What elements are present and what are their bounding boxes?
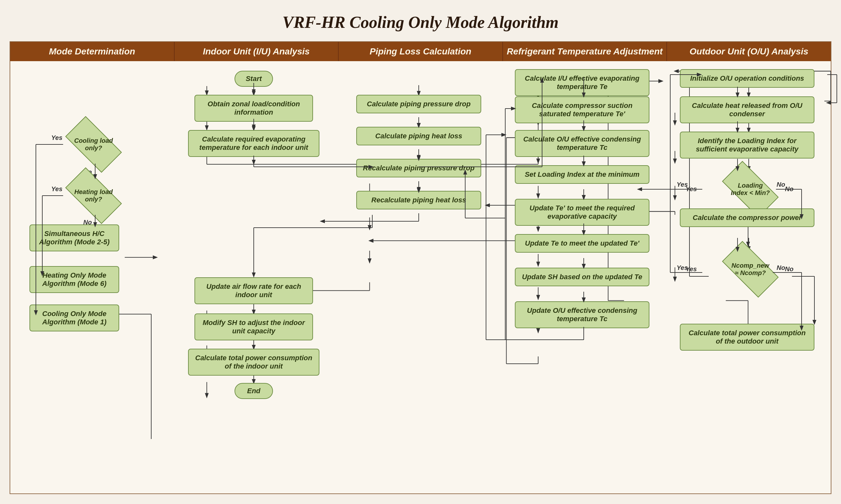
node-update-airflow: Update air flow rate for each indoor uni… bbox=[194, 277, 313, 304]
node-sim-hc: Simultaneous H/C Algorithm (Mode 2-5) bbox=[30, 224, 119, 251]
indoor-arrows bbox=[175, 61, 340, 478]
col-outdoor: Initialize O/U operation conditions Calc… bbox=[670, 61, 835, 478]
node-comp-suction: Calculate compressor suction saturated t… bbox=[515, 96, 649, 123]
col-header-indoor: Indoor Unit (I/U) Analysis bbox=[175, 42, 339, 61]
label-yes-ncomp: Yes bbox=[686, 266, 697, 273]
node-recalc-piping-hl: Recalculate piping heat loss bbox=[356, 191, 481, 210]
node-calc-piping-pd: Calculate piping pressure drop bbox=[356, 95, 481, 113]
col-header-refrigerant: Refrigerant Temperature Adjustment bbox=[503, 42, 667, 61]
col-header-mode: Mode Determination bbox=[10, 42, 175, 61]
node-calc-heat-released: Calculate heat released from O/U condens… bbox=[680, 96, 814, 123]
label-yes2: Yes bbox=[51, 185, 63, 193]
col-piping: Calculate piping pressure drop Calculate… bbox=[340, 61, 505, 478]
node-obtain-zonal: Obtain zonal load/condition information bbox=[194, 95, 313, 122]
col-indoor: Start Obtain zonal load/condition inform… bbox=[175, 61, 340, 478]
page-title: VRF-HR Cooling Only Mode Algorithm bbox=[6, 13, 835, 32]
diagram-container: Mode Determination Indoor Unit (I/U) Ana… bbox=[10, 41, 831, 494]
col-header-piping: Piping Loss Calculation bbox=[339, 42, 503, 61]
columns-body: Cooling load only? Yes No Heating load o… bbox=[10, 61, 831, 493]
columns-header: Mode Determination Indoor Unit (I/U) Ana… bbox=[10, 42, 831, 61]
node-update-sh: Update SH based on the updated Te bbox=[515, 268, 649, 286]
node-start: Start bbox=[234, 71, 273, 87]
label-no-ncomp: No bbox=[785, 266, 793, 273]
node-set-loading: Set Loading Index at the minimum bbox=[515, 165, 649, 184]
node-identify-loading: Identify the Loading Index for sufficien… bbox=[680, 131, 814, 159]
node-heating-only: Heating Only Mode Algorithm (Mode 6) bbox=[30, 266, 119, 293]
node-iu-eff-evap: Calculate I/U effective evaporating temp… bbox=[515, 69, 649, 96]
node-end: End bbox=[234, 383, 273, 399]
diamond-heating-label: Heating load only? bbox=[71, 187, 116, 204]
node-calc-total-power-iu: Calculate total power consumption of the… bbox=[188, 349, 319, 376]
diamond-loading-label: Loading Index < Min? bbox=[728, 180, 773, 198]
label-yes-loading: Yes bbox=[686, 185, 697, 193]
node-recalc-piping-pd: Recalculate piping pressure drop bbox=[356, 159, 481, 177]
col-refrigerant: Calculate I/U effective evaporating temp… bbox=[505, 61, 670, 478]
diamond-ncomp: Ncomp_new ≈ Ncomp? bbox=[718, 250, 782, 288]
piping-arrows bbox=[340, 61, 505, 478]
node-update-te: Update Te to meet the updated Te' bbox=[515, 234, 649, 253]
diamond-loading-index: Loading Index < Min? bbox=[718, 170, 782, 209]
node-modify-sh: Modify SH to adjust the indoor unit capa… bbox=[194, 313, 313, 340]
diamond-cooling-label: Cooling load only? bbox=[71, 136, 116, 154]
col-header-outdoor: Outdoor Unit (O/U) Analysis bbox=[667, 42, 831, 61]
node-calc-piping-hl: Calculate piping heat loss bbox=[356, 127, 481, 145]
diamond-heating-load: Heating load only? bbox=[62, 176, 126, 215]
node-ou-effective-tc: Calculate O/U effective condensing tempe… bbox=[515, 130, 649, 157]
node-calc-req-evap: Calculate required evaporating temperatu… bbox=[188, 130, 319, 157]
diamond-cooling-load: Cooling load only? bbox=[62, 125, 126, 164]
node-calc-total-power-ou: Calculate total power consumption of the… bbox=[680, 324, 814, 350]
node-calc-comp-power: Calculate the compressor power bbox=[680, 209, 814, 227]
label-no-loading: No bbox=[785, 185, 793, 193]
node-cooling-only: Cooling Only Mode Algorithm (Mode 1) bbox=[30, 305, 119, 331]
col-mode: Cooling load only? Yes No Heating load o… bbox=[10, 61, 175, 478]
diamond-ncomp-label: Ncomp_new ≈ Ncomp? bbox=[728, 260, 773, 278]
label-yes1: Yes bbox=[51, 134, 63, 142]
node-update-te-prime: Update Te' to meet the required evaporat… bbox=[515, 199, 649, 226]
node-update-ou-tc: Update O/U effective condensing temperat… bbox=[515, 301, 649, 328]
node-init-ou: Initialize O/U operation conditions bbox=[680, 69, 814, 88]
